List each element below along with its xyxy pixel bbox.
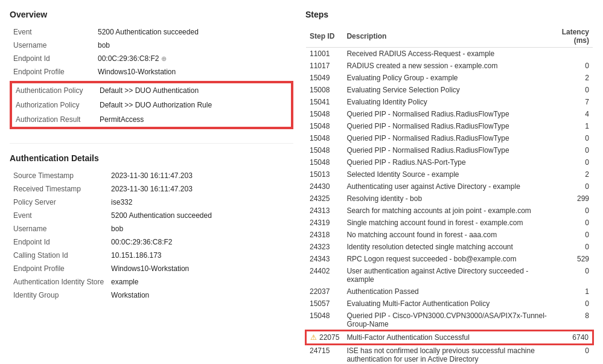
field-value: 2023-11-30 16:11:47.203 [107,182,293,196]
step-description: Evaluating Policy Group - example [343,72,550,84]
step-latency: 2 [550,168,593,180]
step-description: Identity resolution detected single matc… [343,241,550,253]
overview-section: Overview Event5200 Authentication succee… [10,10,293,131]
field-value: Workstation [107,289,293,302]
step-row: 15041Evaluating Identity Policy7 [306,96,593,108]
field-label: Authorization Policy [11,98,96,112]
field-label: Endpoint Profile [10,65,94,78]
copy-icon[interactable]: ⊕ [161,55,167,62]
step-id: 24343 [306,253,343,265]
step-id: 15048 [306,120,343,132]
auth-details-table: Source Timestamp2023-11-30 16:11:47.203R… [10,169,293,302]
step-row: 15048Queried PIP - Cisco-VPN3000.CVPN300… [306,310,593,331]
step-latency: 299 [550,193,593,205]
auth-details-section: Authentication Details Source Timestamp2… [10,153,293,302]
step-description: Queried PIP - Normalised Radius.RadiusFl… [343,120,550,132]
step-latency: 0 [550,344,593,364]
step-row: 15048Queried PIP - Normalised Radius.Rad… [306,144,593,156]
field-label: Identity Group [10,289,107,302]
step-row: 22037Authentication Passed1 [306,286,593,298]
step-id: 15048 [306,144,343,156]
field-label: Policy Server [10,196,107,209]
overview-row: Endpoint ProfileWindows10-Workstation [10,65,293,78]
step-id: 11001 [306,48,343,60]
field-value: 00:0C:29:36:C8:F2⊕ [94,52,293,65]
auth-detail-row: Calling Station Id10.151.186.173 [10,249,293,262]
step-description: Search for matching accounts at join poi… [343,205,550,217]
step-id: 24430 [306,180,343,193]
step-id: 15008 [306,84,343,96]
step-row: 11017RADIUS created a new session - exam… [306,60,593,72]
field-label: Username [10,222,107,235]
step-latency: 4 [550,108,593,120]
highlighted-overview-row: Authentication PolicyDefault >> DUO Auth… [11,83,292,98]
auth-detail-row: Authentication Identity Storeexample [10,275,293,289]
step-description: Multi-Factor Authentication Successful [343,331,550,344]
step-description: Queried PIP - Radius.NAS-Port-Type [343,156,550,168]
step-row: 24323Identity resolution detected single… [306,241,593,253]
step-latency: 0 [550,60,593,72]
field-value: 5200 Authentication succeeded [107,209,293,222]
step-id: 15041 [306,96,343,108]
auth-detail-row: Source Timestamp2023-11-30 16:11:47.203 [10,169,293,182]
auth-detail-row: Endpoint Id00:0C:29:36:C8:F2 [10,235,293,249]
step-row: 24319Single matching account found in fo… [306,217,593,229]
step-latency: 0 [550,298,593,310]
field-value: 10.151.186.173 [107,249,293,262]
overview-row: Usernamebob [10,39,293,52]
field-label: Authorization Result [11,112,96,127]
step-id: 24325 [306,193,343,205]
field-value: bob [107,222,293,235]
step-description: Selected Identity Source - example [343,168,550,180]
field-label: Event [10,209,107,222]
step-id: 15048 [306,310,343,331]
field-value: bob [94,39,293,52]
step-description: Queried PIP - Normalised Radius.RadiusFl… [343,132,550,144]
step-row: 24318No matching account found in forest… [306,229,593,241]
step-description: Received RADIUS Access-Request - example [343,48,550,60]
step-row: 15049Evaluating Policy Group - example2 [306,72,593,84]
step-latency: 6740 [550,331,593,344]
field-value: Windows10-Workstation [94,65,293,78]
step-id: 24715 [306,344,343,364]
auth-detail-row: Event5200 Authentication succeeded [10,209,293,222]
step-description: Authenticating user against Active Direc… [343,180,550,193]
highlighted-overview-row: Authorization PolicyDefault >> DUO Autho… [11,98,292,112]
step-id: 24319 [306,217,343,229]
step-id: ⚠22075 [306,331,343,344]
step-row: 15048Queried PIP - Normalised Radius.Rad… [306,120,593,132]
step-latency: 0 [550,84,593,96]
step-latency: 0 [550,144,593,156]
step-id: 15048 [306,108,343,120]
overview-table: Event5200 Authentication succeededUserna… [10,25,293,78]
step-latency: 2 [550,72,593,84]
step-latency: 0 [550,156,593,168]
col-latency: Latency (ms) [550,25,593,48]
step-row: 24343RPC Logon request succeeded - bob@e… [306,253,593,265]
step-row: 24715ISE has not confirmed locally previ… [306,344,593,364]
step-id: 15013 [306,168,343,180]
step-latency: 1 [550,120,593,132]
step-id: 24318 [306,229,343,241]
step-latency: 0 [550,217,593,229]
step-description: Queried PIP - Cisco-VPN3000.CVPN3000/ASA… [343,310,550,331]
auth-detail-row: Usernamebob [10,222,293,235]
step-row: 15013Selected Identity Source - example2 [306,168,593,180]
step-description: No matching account found in forest - aa… [343,229,550,241]
step-description: Single matching account found in forest … [343,217,550,229]
field-value: 00:0C:29:36:C8:F2 [107,235,293,249]
step-row: 15048Queried PIP - Radius.NAS-Port-Type0 [306,156,593,168]
step-description: Resolving identity - bob [343,193,550,205]
highlighted-overview-row: Authorization ResultPermitAccess [11,112,292,127]
overview-row: Endpoint Id00:0C:29:36:C8:F2⊕ [10,52,293,65]
warning-icon: ⚠ [310,333,317,342]
step-row: 24325Resolving identity - bob299 [306,193,593,205]
step-row: 24313Search for matching accounts at joi… [306,205,593,217]
right-panel: Steps Step ID Description Latency (ms) 1… [305,10,593,364]
step-id: 22037 [306,286,343,298]
step-id: 24402 [306,265,343,286]
auth-detail-row: Policy Serverise332 [10,196,293,209]
field-label: Username [10,39,94,52]
step-description: Queried PIP - Normalised Radius.RadiusFl… [343,108,550,120]
auth-details-title: Authentication Details [10,153,293,163]
